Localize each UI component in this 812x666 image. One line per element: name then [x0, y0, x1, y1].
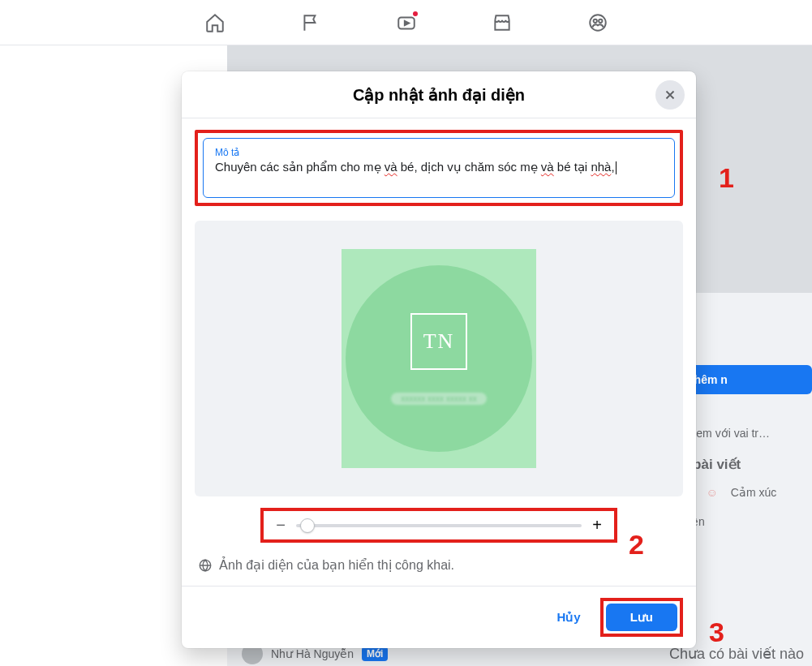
update-avatar-modal: Cập nhật ảnh đại diện Mô tả Chuyên các s…	[182, 71, 696, 648]
zoom-slider[interactable]	[296, 524, 582, 527]
zoom-thumb[interactable]	[300, 518, 315, 533]
watch-icon[interactable]	[395, 11, 418, 34]
annotation-number-1: 1	[719, 162, 734, 194]
description-input[interactable]: Chuyên các sản phẩm cho mẹ và bé, dịch v…	[215, 160, 663, 174]
avatar-subtitle	[437, 376, 440, 386]
zoom-in-button[interactable]: +	[590, 516, 604, 535]
cancel-button[interactable]: Hủy	[545, 604, 591, 631]
groups-icon[interactable]	[586, 11, 609, 34]
top-nav	[0, 0, 812, 45]
modal-footer: Hủy Lưu	[182, 586, 696, 637]
notification-badge	[411, 10, 419, 18]
home-icon[interactable]	[204, 11, 226, 34]
close-button[interactable]	[655, 80, 685, 110]
svg-point-1	[590, 15, 606, 31]
annotation-number-3: 3	[709, 617, 724, 648]
new-chip: Mới	[362, 647, 388, 661]
annotation-number-2: 2	[629, 529, 644, 561]
globe-icon	[198, 558, 213, 573]
avatar-circle: TN xxxxxx xxxx xxxxx xx	[346, 265, 532, 452]
description-label: Mô tả	[215, 147, 663, 158]
privacy-note: Ảnh đại diện của bạn hiển thị công khai.	[195, 551, 683, 586]
svg-point-2	[593, 19, 596, 22]
zoom-row: − +	[195, 503, 683, 551]
user-name: Như Hà Nguyễn	[271, 647, 354, 660]
annotation-box-2: − +	[260, 508, 617, 543]
modal-title: Cập nhật ảnh đại diện	[353, 85, 525, 105]
save-button[interactable]: Lưu	[606, 604, 677, 631]
privacy-text: Ảnh đại diện của bạn hiển thị công khai.	[219, 557, 454, 573]
zoom-out-button[interactable]: −	[273, 516, 288, 535]
annotation-box-1: Mô tả Chuyên các sản phẩm cho mẹ và bé, …	[195, 130, 683, 206]
description-field[interactable]: Mô tả Chuyên các sản phẩm cho mẹ và bé, …	[203, 138, 675, 198]
avatar-crop-area[interactable]: TN xxxxxx xxxx xxxxx xx	[195, 221, 683, 496]
flag-icon[interactable]	[299, 11, 322, 34]
modal-header: Cập nhật ảnh đại diện	[182, 71, 696, 118]
avatar-subtitle-2: xxxxxx xxxx xxxxx xx	[391, 393, 486, 405]
avatar-preview: TN xxxxxx xxxx xxxxx xx	[342, 249, 536, 468]
modal-body: Mô tả Chuyên các sản phẩm cho mẹ và bé, …	[182, 118, 696, 586]
marketplace-icon[interactable]	[491, 11, 513, 34]
avatar-logo-text: TN	[423, 329, 455, 354]
avatar-logo: TN	[410, 313, 467, 370]
annotation-box-3: Lưu	[600, 598, 683, 637]
svg-point-3	[599, 19, 602, 22]
